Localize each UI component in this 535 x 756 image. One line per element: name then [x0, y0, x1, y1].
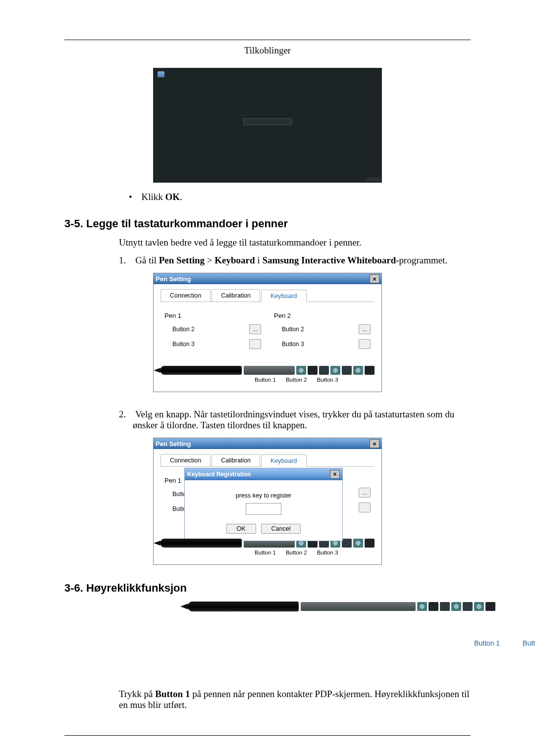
pen2-column: Pen 2 Button 2 … Button 3 [274, 309, 371, 354]
pen1-label: Pen 1 [164, 312, 261, 319]
d2-btn1-label: Button 1 [255, 550, 276, 555]
p36-pre: Trykk på [119, 689, 155, 699]
tab-keyboard[interactable]: Keyboard [261, 290, 307, 302]
step1-b2: Keyboard [214, 255, 255, 265]
step2-number: 2. [119, 409, 126, 419]
para-3-6: Trykk på Button 1 på pennen når pennen k… [119, 689, 471, 710]
d2-p2-btn3-assign[interactable] [359, 503, 371, 512]
sp-b1a: Button 1 [474, 639, 500, 647]
step2-text: Velg en knapp. Når tastetilordningsvindu… [133, 409, 454, 430]
pen-btn2-icon [330, 366, 340, 375]
bullet-dot: • [129, 192, 132, 202]
kr-hint: press key to register [191, 492, 336, 499]
kr-key-input[interactable] [246, 503, 281, 515]
dialog-title: Pen Setting [156, 275, 191, 283]
screenshot-desktop [153, 68, 382, 183]
pen1-button2-label: Button 2 [172, 326, 201, 333]
step1-b1: Pen Setting [159, 255, 205, 265]
pen1-column: Pen 1 Button 2 … Button 3 [164, 309, 261, 354]
step1-post: programmet. [399, 255, 448, 265]
footer-rule [64, 735, 471, 736]
sp-seg-dot2 [451, 602, 461, 611]
pen-body-icon [160, 366, 242, 375]
dialog2-close-button[interactable]: × [370, 439, 379, 448]
pen-btn2-left-icon [319, 366, 329, 375]
sp-b1b: Button 1 [523, 639, 535, 647]
tab-connection[interactable]: Connection [160, 289, 211, 302]
d2-btn2-label: Button 2 [286, 550, 307, 555]
pen-sep-icon [308, 366, 318, 375]
sp-seg-dot1 [417, 602, 427, 611]
sp-seg-t1 [440, 602, 450, 611]
bullet-click-ok: • Klikk OK. [129, 192, 471, 202]
desktop-corner-icon [158, 71, 164, 77]
sp-seg-wide [301, 602, 416, 611]
step-2: 2. Velg en knapp. Når tastetilordningsvi… [119, 409, 471, 431]
page-header-label: Tilkoblinger [64, 45, 471, 56]
pen1-button2-assign[interactable]: … [249, 324, 261, 334]
dialog-tabs: Connection Calibration Keyboard [160, 289, 374, 302]
d2-pen-body-icon [160, 539, 242, 548]
sp-seg-dot3 [474, 602, 484, 611]
header-rule [64, 40, 471, 40]
d2-p2-btn2-assign[interactable]: … [359, 488, 371, 498]
pen-setting-dialog-1: Pen Setting × Connection Calibration Key… [153, 273, 382, 392]
step1-pre: Gå til [135, 255, 159, 265]
d2-tab-keyboard[interactable]: Keyboard [261, 454, 307, 467]
keyboard-registration-dialog: Keyboard Registration × press key to reg… [184, 468, 343, 541]
sp-body-icon [188, 602, 299, 611]
step1-gt: > [205, 255, 214, 265]
intro-3-5: Utnytt tavlen bedre ved å legge til tast… [119, 237, 471, 248]
kr-title: Keyboard Registration [187, 471, 251, 478]
pen1-button3-assign[interactable] [249, 339, 261, 349]
d2-seg-t2 [342, 539, 352, 548]
pen-grid: Pen 1 Button 2 … Button 3 Pen 2 Button 2… [160, 302, 374, 354]
bullet-strong: OK [165, 192, 180, 202]
sp-labels: Button 1 Button 1 Button 1 [268, 614, 535, 677]
d2-tab-calibration[interactable]: Calibration [212, 454, 260, 466]
document-page: Tilkoblinger • Klikk OK. 3-5. Legge til … [0, 0, 535, 756]
pen-button-labels: Button 1 Button 2 Button 3 [255, 377, 374, 383]
pen-button-strip [244, 366, 374, 375]
d2-seg-end [365, 539, 374, 548]
sp-seg-t2 [463, 602, 473, 611]
kr-cancel-button[interactable]: Cancel [261, 524, 301, 534]
desktop-center-chip [243, 118, 292, 125]
pen1-button3-label: Button 3 [172, 341, 201, 348]
p36-bold: Button 1 [155, 689, 190, 699]
dialog2-body: Connection Calibration Keyboard Pen 1 Bu… [154, 449, 381, 564]
pen-end-icon [365, 366, 374, 375]
heading-3-6: 3-6. Høyreklikkfunksjon [64, 582, 471, 595]
kr-close-button[interactable]: × [330, 470, 340, 479]
pen-seg-btn1-area [244, 366, 295, 375]
standalone-pen-illustration: Button 1 Button 1 Button 1 [188, 602, 495, 677]
pen-btn1-label: Button 1 [255, 377, 276, 383]
step-1: 1. Gå til Pen Setting > Keyboard i Samsu… [119, 255, 471, 266]
pen-btn3-icon [353, 366, 363, 375]
dialog2-titlebar: Pen Setting × [154, 438, 381, 449]
dialog-titlebar: Pen Setting × [154, 273, 381, 284]
pen2-label: Pen 2 [274, 312, 371, 319]
tab-calibration[interactable]: Calibration [212, 289, 260, 302]
pen2-button2-label: Button 2 [282, 326, 311, 333]
dialog2-title: Pen Setting [156, 440, 191, 448]
dialog-body: Connection Calibration Keyboard Pen 1 Bu… [154, 284, 381, 392]
heading-3-5: 3-5. Legge til tastaturkommandoer i penn… [64, 217, 471, 230]
pen-btn2-label: Button 2 [286, 377, 307, 383]
step1-mid: i [255, 255, 263, 265]
step1-number: 1. [119, 255, 126, 265]
pen2-button3-assign[interactable] [359, 339, 371, 349]
kr-ok-button[interactable]: OK [226, 524, 256, 534]
bullet-pre: Klikk [141, 192, 165, 202]
pen-btn2-right-icon [342, 366, 352, 375]
pen-illustration [160, 366, 374, 375]
pen-btn1-icon [296, 366, 306, 375]
d2-seg-dot3 [353, 539, 363, 548]
dialog-close-button[interactable]: × [370, 274, 379, 283]
d2-btn3-label: Button 3 [317, 550, 338, 555]
pen2-button2-assign[interactable]: … [359, 324, 371, 334]
pen-setting-dialog-2: Pen Setting × Connection Calibration Key… [153, 438, 382, 565]
sp-seg-end [485, 602, 495, 611]
d2-tab-connection[interactable]: Connection [160, 454, 211, 466]
pen2-button3-label: Button 3 [282, 341, 311, 348]
